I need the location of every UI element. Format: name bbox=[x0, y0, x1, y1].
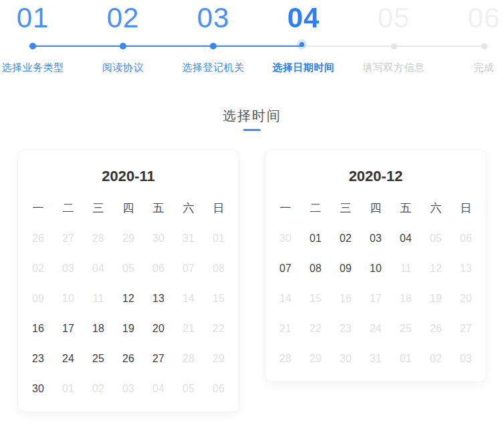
calendar-day-selectable[interactable]: 24 bbox=[53, 343, 84, 374]
calendar-day-disabled: 29 bbox=[204, 343, 234, 374]
calendar-day-disabled: 01 bbox=[391, 343, 421, 374]
calendar-day-selectable[interactable]: 27 bbox=[144, 343, 174, 374]
step-label: 选择登记机关 bbox=[168, 61, 259, 74]
step-label: 选择业务类型 bbox=[0, 61, 78, 74]
step-dot-icon bbox=[391, 43, 397, 49]
section-heading: 选择时间 bbox=[0, 107, 504, 131]
weekday-header: 二 bbox=[301, 193, 331, 223]
calendar-day-selectable[interactable]: 16 bbox=[23, 313, 53, 343]
calendar-day-disabled: 26 bbox=[421, 313, 451, 343]
step-label: 填写双方信息 bbox=[348, 61, 439, 74]
step-number: 05 bbox=[348, 0, 439, 36]
step-dot-icon bbox=[120, 43, 126, 49]
step-dot-active-icon bbox=[299, 42, 304, 47]
calendar-day-selectable[interactable]: 08 bbox=[301, 253, 331, 283]
stepper-step-04: 04选择日期时间 bbox=[258, 0, 349, 80]
weekday-header: 四 bbox=[114, 193, 144, 223]
calendar-day-disabled: 15 bbox=[204, 283, 234, 313]
calendar-week-row: 30010203040506 bbox=[271, 223, 481, 253]
calendar-day-selectable[interactable]: 01 bbox=[301, 223, 331, 253]
calendar-day-disabled: 28 bbox=[84, 223, 114, 253]
calendar-day-disabled: 18 bbox=[391, 283, 421, 313]
calendar-day-disabled: 30 bbox=[331, 343, 361, 374]
calendar-day-disabled: 30 bbox=[144, 223, 174, 253]
calendar-day-disabled: 25 bbox=[391, 313, 421, 343]
calendar-day-selectable[interactable]: 07 bbox=[271, 253, 301, 283]
calendar-day-selectable[interactable]: 23 bbox=[23, 343, 53, 374]
calendar-week-row: 14151617181920 bbox=[271, 283, 481, 313]
calendar-day-disabled: 09 bbox=[23, 283, 53, 313]
calendar-day-disabled: 20 bbox=[451, 283, 481, 313]
calendar-day-disabled: 13 bbox=[451, 253, 481, 283]
calendar-day-selectable[interactable]: 17 bbox=[53, 313, 84, 343]
step-label: 选择日期时间 bbox=[258, 61, 349, 74]
calendar-day-disabled: 04 bbox=[144, 374, 174, 404]
calendar-day-disabled: 28 bbox=[271, 343, 301, 374]
calendar-day-disabled: 05 bbox=[174, 374, 204, 404]
step-label: 完成 bbox=[438, 61, 504, 74]
weekday-header-row: 一二三四五六日 bbox=[23, 193, 234, 223]
calendar-day-disabled: 31 bbox=[361, 343, 391, 374]
step-label: 阅读协议 bbox=[78, 61, 168, 74]
calendar-day-disabled: 06 bbox=[204, 374, 234, 404]
section-title-underline bbox=[243, 129, 261, 131]
calendar-day-selectable[interactable]: 12 bbox=[114, 283, 144, 313]
calendar-day-disabled: 16 bbox=[331, 283, 361, 313]
calendar-day-disabled: 14 bbox=[174, 283, 204, 313]
stepper-step-02[interactable]: 02阅读协议 bbox=[78, 0, 168, 80]
weekday-header: 六 bbox=[421, 193, 451, 223]
calendar-day-disabled: 01 bbox=[204, 223, 234, 253]
calendar-month-title: 2020-12 bbox=[265, 166, 486, 186]
calendar-day-selectable[interactable]: 30 bbox=[23, 374, 53, 404]
weekday-header: 四 bbox=[361, 193, 391, 223]
calendar-card-2020-12: 2020-12一二三四五六日30010203040506070809101112… bbox=[265, 150, 487, 382]
calendar-grid: 一二三四五六日300102030405060708091011121314151… bbox=[271, 193, 481, 374]
calendar-day-disabled: 28 bbox=[174, 343, 204, 374]
calendar-day-selectable[interactable]: 02 bbox=[331, 223, 361, 253]
calendar-week-row: 23242526272829 bbox=[23, 343, 234, 374]
calendar-week-row: 07080910111213 bbox=[271, 253, 481, 283]
calendar-week-row: 26272829303101 bbox=[23, 223, 234, 253]
calendar-day-selectable[interactable]: 09 bbox=[331, 253, 361, 283]
calendar-day-disabled: 29 bbox=[114, 223, 144, 253]
calendar-day-disabled: 31 bbox=[174, 223, 204, 253]
calendar-day-selectable[interactable]: 04 bbox=[391, 223, 421, 253]
step-number: 03 bbox=[168, 0, 259, 36]
calendar-day-disabled: 29 bbox=[301, 343, 331, 374]
calendar-day-disabled: 22 bbox=[301, 313, 331, 343]
calendar-day-selectable[interactable]: 18 bbox=[84, 313, 114, 343]
weekday-header: 三 bbox=[84, 193, 114, 223]
calendar-day-selectable[interactable]: 19 bbox=[114, 313, 144, 343]
calendar-day-disabled: 02 bbox=[421, 343, 451, 374]
weekday-header: 六 bbox=[174, 193, 204, 223]
weekday-header-row: 一二三四五六日 bbox=[271, 193, 481, 223]
calendar-week-row: 21222324252627 bbox=[271, 313, 481, 343]
calendar-day-disabled: 10 bbox=[53, 283, 84, 313]
stepper-step-03[interactable]: 03选择登记机关 bbox=[168, 0, 259, 80]
calendar-day-disabled: 17 bbox=[361, 283, 391, 313]
calendar-day-disabled: 03 bbox=[53, 253, 84, 283]
calendar-day-selectable[interactable]: 25 bbox=[84, 343, 114, 374]
calendar-day-selectable[interactable]: 03 bbox=[361, 223, 391, 253]
calendar-day-disabled: 30 bbox=[271, 223, 301, 253]
calendar-day-selectable[interactable]: 10 bbox=[361, 253, 391, 283]
calendar-day-disabled: 12 bbox=[421, 253, 451, 283]
calendar-day-selectable[interactable]: 13 bbox=[144, 283, 174, 313]
calendar-day-selectable[interactable]: 26 bbox=[114, 343, 144, 374]
calendar-day-disabled: 05 bbox=[114, 253, 144, 283]
weekday-header: 日 bbox=[204, 193, 234, 223]
calendar-week-row: 09101112131415 bbox=[23, 283, 234, 313]
calendar-week-row: 02030405060708 bbox=[23, 253, 234, 283]
step-dot-icon bbox=[210, 43, 217, 49]
calendar-day-selectable[interactable]: 20 bbox=[144, 313, 174, 343]
weekday-header: 五 bbox=[391, 193, 421, 223]
step-number: 06 bbox=[438, 0, 504, 36]
calendar-day-disabled: 23 bbox=[331, 313, 361, 343]
section-title: 选择时间 bbox=[0, 107, 504, 125]
calendar-month-title: 2020-11 bbox=[18, 166, 239, 186]
calendar-week-row: 30010203040506 bbox=[23, 374, 234, 404]
weekday-header: 二 bbox=[53, 193, 84, 223]
stepper-step-01[interactable]: 01选择业务类型 bbox=[0, 0, 78, 80]
calendar-week-row: 28293031010203 bbox=[271, 343, 481, 374]
calendar-day-disabled: 03 bbox=[451, 343, 481, 374]
